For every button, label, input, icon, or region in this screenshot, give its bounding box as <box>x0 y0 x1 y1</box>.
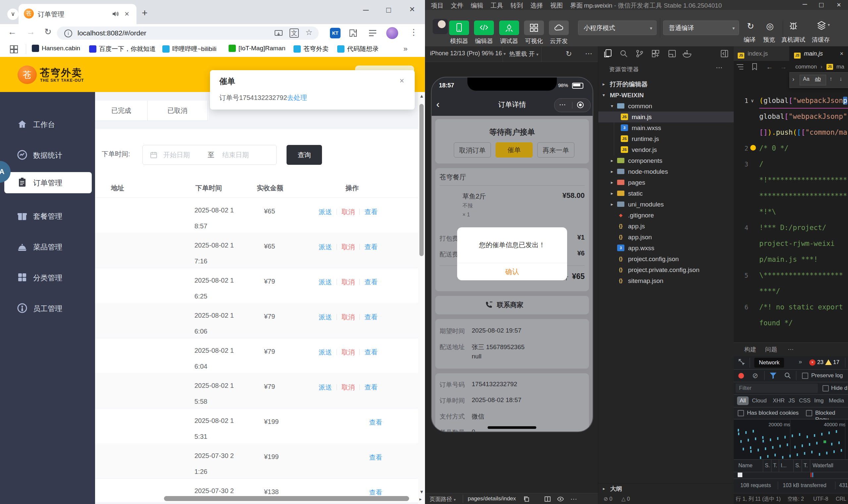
device-debug-icon[interactable] <box>789 21 798 30</box>
menu-界面[interactable]: 界面 <box>570 2 583 9</box>
toolbar-云开发[interactable]: 云开发 <box>549 20 569 45</box>
reorder-button[interactable]: 再来一单 <box>537 142 574 158</box>
cancel-link[interactable]: 取消 <box>342 383 355 391</box>
find-prev-icon[interactable]: ↑ <box>829 76 832 83</box>
tree-item-project.private.config.json[interactable]: {}project.private.config.json <box>598 265 734 275</box>
filter-chip-Cloud[interactable]: Cloud <box>752 396 766 405</box>
record-icon[interactable] <box>738 373 744 379</box>
tree-item-vendor.js[interactable]: JSvendor.js <box>598 144 734 155</box>
cancel-link[interactable]: 取消 <box>342 208 355 215</box>
find-next-icon[interactable]: ↓ <box>840 76 842 83</box>
warning-count-icon[interactable] <box>825 359 832 365</box>
tree-item-sitemap.json[interactable]: {}sitemap.json <box>598 275 734 286</box>
tab-search-chevron-icon[interactable]: ∨ <box>7 8 19 20</box>
sim-more-icon[interactable]: ⋯ <box>585 49 592 58</box>
cancel-link[interactable]: 取消 <box>342 243 355 251</box>
toolbar-编辑器[interactable]: 编辑器 <box>474 20 494 45</box>
toolbar-可视化[interactable]: 可视化 <box>524 20 544 45</box>
cancel-order-button[interactable]: 取消订单 <box>454 142 491 158</box>
preserve-log-checkbox[interactable] <box>802 373 808 380</box>
url-text[interactable]: localhost:8082/#/order <box>77 29 146 37</box>
horizontal-scroll-thumb[interactable] <box>164 496 409 501</box>
fold-icon[interactable]: ∨ <box>751 93 754 109</box>
bookmark-star-icon[interactable]: ☆ <box>306 28 313 37</box>
browser-tab[interactable]: 苍 订单管理 × <box>19 4 137 24</box>
blocked-requests-checkbox[interactable] <box>806 410 812 417</box>
nav-back-icon[interactable]: ← <box>766 61 773 73</box>
tree-item-MP-WEIXIN[interactable]: ▾MP-WEIXIN <box>598 90 734 101</box>
docker-icon[interactable] <box>682 49 692 58</box>
start-date-placeholder[interactable]: 开始日期 <box>163 150 190 160</box>
clear-icon[interactable]: ⊘ <box>752 372 758 380</box>
find-expand-icon[interactable]: › <box>792 76 794 83</box>
view-link[interactable]: 查看 <box>364 383 378 391</box>
breadcrumb-file[interactable]: ma <box>836 61 844 73</box>
bookmark-item[interactable]: 哔哩哔哩~bilibili <box>162 45 217 53</box>
device-selector[interactable]: iPhone 12/13 (Pro) 96% 16 ▾ <box>430 50 506 57</box>
tree-item-pages[interactable]: ▸pages <box>598 177 734 188</box>
filter-chip-All[interactable]: All <box>737 396 749 405</box>
scroll-right-icon[interactable]: ▸ <box>419 497 422 502</box>
cancel-link[interactable]: 取消 <box>342 348 355 356</box>
cancel-link[interactable]: 取消 <box>342 278 355 286</box>
vertical-scrollbar[interactable]: ▲ ▼ <box>418 92 425 504</box>
devtools-close-button[interactable]: × <box>837 1 841 9</box>
eye-icon[interactable] <box>557 496 564 502</box>
search-button[interactable]: 查询 <box>287 145 322 165</box>
panel-chevron-icon[interactable]: » <box>799 358 802 365</box>
code-content[interactable]: 1∨(global["webpackJsonpglobal["webpackJs… <box>734 93 848 342</box>
collapse-sidebar-icon[interactable] <box>720 49 729 58</box>
tree-item-main.js[interactable]: JSmain.js <box>598 111 734 123</box>
compile-mode-dropdown[interactable]: 普通编译▾ <box>663 20 739 35</box>
site-info-icon[interactable]: i <box>64 30 72 37</box>
menu-项目[interactable]: 项目 <box>431 2 444 9</box>
translate-icon[interactable]: 文 <box>290 29 299 38</box>
deliver-link[interactable]: 派送 <box>319 243 332 251</box>
extension-kt-icon[interactable]: KT <box>330 28 341 38</box>
url-field[interactable]: i localhost:8082/#/order 文 ☆ <box>57 26 319 40</box>
deliver-link[interactable]: 派送 <box>319 278 332 286</box>
search-icon[interactable] <box>620 49 628 58</box>
sidebar-item-套餐管理[interactable]: 套餐管理 <box>0 205 95 227</box>
bookmark-icon[interactable] <box>752 63 757 70</box>
menu-视图[interactable]: 视图 <box>550 2 563 9</box>
sidebar-item-分类管理[interactable]: 分类管理 <box>0 267 95 288</box>
view-link[interactable]: 查看 <box>364 348 378 356</box>
match-case-icon[interactable]: Aa <box>803 76 810 82</box>
net-col-T.[interactable]: T. <box>803 459 808 472</box>
menu-转到[interactable]: 转到 <box>510 2 523 9</box>
hot-reload-toggle[interactable]: 热重载 开 ▾ <box>509 50 539 58</box>
window-close-button[interactable]: × <box>410 4 415 15</box>
bookmark-item[interactable]: 百度一下，你就知道 <box>89 45 156 53</box>
filter-chip-XHR[interactable]: XHR <box>773 396 785 405</box>
popup-handle-link[interactable]: 去处理 <box>287 94 307 101</box>
browser-profile-avatar[interactable] <box>386 27 398 39</box>
blocked-cookies-checkbox[interactable] <box>738 410 744 417</box>
horizontal-scrollbar[interactable] <box>95 495 418 502</box>
sidebar-item-数据统计[interactable]: 数据统计 <box>0 145 95 166</box>
panel-more-icon[interactable]: ⋯ <box>788 343 794 356</box>
tree-item-app.json[interactable]: {}app.json <box>598 232 734 242</box>
copy-path-icon[interactable] <box>523 496 529 502</box>
tab-build[interactable]: 构建 <box>744 343 756 356</box>
tree-item-project.config.json[interactable]: {}project.config.json <box>598 253 734 265</box>
cursor-position[interactable]: 行 1, 列 11 (选中 1) <box>736 493 781 504</box>
net-search-icon[interactable] <box>784 372 791 379</box>
sim-refresh-icon[interactable]: ↻ <box>566 50 572 58</box>
network-request-row[interactable] <box>734 472 848 478</box>
sidebar-item-工作台[interactable]: 工作台 <box>0 114 95 135</box>
bookmark-item[interactable]: 苍穹外卖 <box>294 45 329 53</box>
eol-setting[interactable]: CRL <box>836 493 846 504</box>
outline-icon[interactable] <box>737 64 744 70</box>
tree-item-main.wxss[interactable]: 3main.wxss <box>598 123 734 133</box>
explorer-more-icon[interactable]: ⋯ <box>716 64 723 71</box>
filter-funnel-icon[interactable] <box>769 372 777 379</box>
tree-item-app.wxss[interactable]: 3app.wxss <box>598 242 734 253</box>
devtools-avatar[interactable] <box>433 19 448 34</box>
date-range-input[interactable]: 开始日期 至 结束日期 <box>142 145 277 165</box>
net-col-Waterfall[interactable]: Waterfall <box>813 459 833 472</box>
bookmark-item[interactable]: 代码随想录 <box>337 45 379 53</box>
current-page-path[interactable]: pages/details/index <box>468 496 516 502</box>
net-col-Name[interactable]: Name <box>738 459 752 472</box>
network-filter-input[interactable]: Filter <box>736 383 818 393</box>
